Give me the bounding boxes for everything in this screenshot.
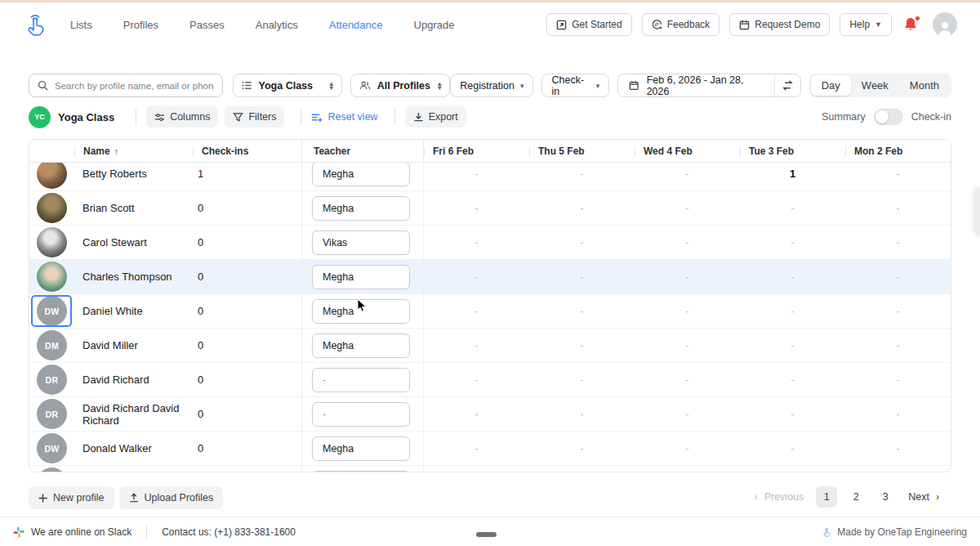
summary-checkin-toggle[interactable] — [874, 109, 903, 125]
nav-item-upgrade[interactable]: Upgrade — [414, 19, 455, 31]
onetap-logo-icon[interactable] — [23, 11, 47, 38]
table-row[interactable]: DR David Richard David Richard 0 - - - -… — [29, 397, 951, 432]
swap-dates-button[interactable] — [774, 74, 800, 96]
divider — [146, 526, 147, 539]
teacher-input[interactable]: - — [312, 368, 410, 392]
table-row[interactable]: DR David Richard 0 - - - - - - — [29, 363, 951, 397]
calendar-icon — [629, 80, 639, 91]
avatar-cell — [29, 226, 74, 259]
request-demo-label: Request Demo — [755, 19, 820, 30]
day-value: - — [529, 443, 635, 454]
page-number-1[interactable]: 1 — [816, 486, 837, 508]
day-value: - — [635, 340, 740, 351]
checkins-count: 0 — [193, 305, 301, 317]
page-number-3[interactable]: 3 — [875, 486, 896, 508]
day-value: - — [529, 340, 635, 351]
day-value: - — [845, 203, 951, 214]
day-value: 1 — [740, 168, 845, 180]
list-chip-avatar[interactable]: YC — [29, 106, 51, 128]
table-row[interactable]: DW Donald Walker 0 Megha - - - - - — [29, 432, 951, 466]
date-range-control: Feb 6, 2026 - Jan 28, 2026 — [617, 74, 800, 97]
profile-name: Brian Scott — [74, 202, 193, 214]
feedback-button[interactable]: Feedback — [642, 13, 720, 36]
teacher-input[interactable]: Vikas — [312, 230, 410, 255]
page-number-2[interactable]: 2 — [845, 486, 866, 508]
teacher-cell: Megha — [301, 260, 424, 293]
checkins-column-header[interactable]: Check-ins — [193, 145, 301, 157]
teacher-input[interactable]: Megha — [312, 162, 410, 186]
navbar: Lists Profiles Passes Analytics Attendan… — [0, 2, 980, 47]
table-row[interactable]: DW Daniel White 0 Megha - - - - - — [29, 294, 951, 329]
teacher-column-header[interactable]: Teacher — [301, 140, 424, 162]
date-range-picker[interactable]: Feb 6, 2026 - Jan 28, 2026 — [618, 74, 773, 97]
day-column-header[interactable]: Thu 5 Feb — [529, 145, 635, 157]
day-value: - — [529, 203, 635, 214]
day-column-header[interactable]: Wed 4 Feb — [635, 145, 740, 157]
next-page-button[interactable]: Next › — [902, 486, 946, 508]
table-row[interactable]: DM David Miller 0 Megha - - - - - — [29, 329, 951, 363]
period-month[interactable]: Month — [899, 75, 950, 96]
table-row[interactable]: Carol Stewart 0 Vikas - - - - - — [29, 226, 951, 260]
bottom-handle[interactable] — [476, 532, 497, 537]
slack-icon[interactable] — [13, 526, 24, 538]
day-column-header[interactable]: Tue 3 Feb — [740, 145, 845, 157]
nav-item-passes[interactable]: Passes — [189, 19, 225, 31]
upload-profiles-button[interactable]: Upload Profiles — [119, 486, 224, 509]
list-select[interactable]: Yoga Class ▴▾ — [233, 74, 342, 97]
name-column-header[interactable]: Name↑ — [74, 145, 193, 157]
columns-button[interactable]: Columns — [146, 106, 218, 128]
table-row[interactable]: Brian Scott 0 Megha - - - - - — [29, 191, 951, 226]
teacher-input[interactable]: Megha — [312, 333, 410, 358]
teacher-input[interactable]: - — [312, 402, 410, 427]
footer-right: Made by OneTap Engineering — [822, 526, 967, 538]
attendance-page: Lists Profiles Passes Analytics Attendan… — [0, 0, 980, 546]
export-button[interactable]: Export — [405, 106, 466, 128]
teacher-input[interactable]: Megha — [312, 436, 410, 461]
help-button[interactable]: Help ▼ — [840, 13, 892, 36]
period-day[interactable]: Day — [811, 75, 851, 96]
filters-button[interactable]: Filters — [225, 106, 284, 128]
checkins-count: 0 — [193, 339, 301, 351]
nav-item-attendance[interactable]: Attendance — [329, 19, 383, 31]
side-handle[interactable] — [974, 188, 980, 235]
profiles-select[interactable]: All Profiles ▴▾ — [350, 74, 451, 97]
profile-photo-avatar — [37, 193, 67, 223]
day-column-header[interactable]: Mon 2 Feb — [845, 145, 951, 157]
registration-dropdown[interactable]: Registration ▾ — [450, 74, 533, 97]
notifications-bell-icon[interactable] — [903, 16, 920, 33]
search-icon — [38, 80, 48, 91]
download-icon — [413, 112, 424, 123]
previous-page-button[interactable]: ‹ Previous — [748, 486, 811, 508]
avatar-cell-focused[interactable]: DW — [29, 294, 74, 328]
teacher-cell — [301, 466, 424, 472]
day-value: - — [740, 340, 845, 351]
nav-item-profiles[interactable]: Profiles — [123, 19, 158, 31]
table-row-partial[interactable] — [29, 466, 951, 472]
search-input[interactable] — [55, 81, 214, 91]
day-value: - — [635, 306, 740, 317]
new-profile-button[interactable]: New profile — [29, 486, 114, 509]
teacher-input[interactable] — [312, 471, 410, 473]
teacher-cell: Megha — [301, 329, 424, 362]
nav-item-lists[interactable]: Lists — [70, 19, 92, 31]
slack-status-text[interactable]: We are online on Slack — [31, 526, 131, 538]
request-demo-button[interactable]: Request Demo — [729, 13, 830, 36]
day-column-header[interactable]: Fri 6 Feb — [424, 145, 529, 157]
plus-icon — [38, 494, 47, 503]
day-value: - — [424, 409, 529, 420]
updown-icon: ▴▾ — [438, 82, 441, 90]
reset-view-button[interactable]: Reset view — [311, 111, 377, 123]
initials-avatar: DW — [37, 433, 67, 463]
user-avatar[interactable] — [933, 12, 957, 37]
teacher-input[interactable]: Megha — [312, 196, 410, 221]
profile-photo-avatar — [37, 262, 67, 292]
period-week[interactable]: Week — [851, 75, 899, 96]
checkin-dropdown[interactable]: Check-in ▾ — [541, 74, 609, 97]
teacher-input[interactable]: Megha — [312, 265, 410, 289]
swap-icon — [782, 80, 793, 91]
get-started-button[interactable]: Get Started — [546, 13, 631, 36]
table-row-highlighted[interactable]: Charles Thompson 0 Megha - - - - - — [29, 260, 951, 294]
checkin-toggle-label: Check-in — [911, 111, 951, 123]
initials-avatar: DM — [37, 330, 67, 360]
nav-item-analytics[interactable]: Analytics — [256, 19, 298, 31]
